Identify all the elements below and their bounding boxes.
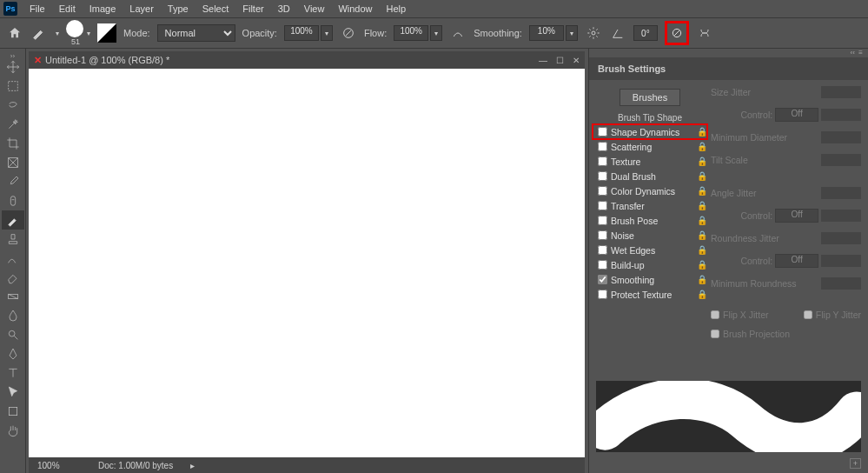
document-close-icon[interactable]: ✕ <box>34 55 42 66</box>
menu-select[interactable]: Select <box>195 2 236 16</box>
chevron-down-icon[interactable]: ▾ <box>87 30 90 37</box>
menu-3d[interactable]: 3D <box>271 2 297 16</box>
history-brush-tool[interactable] <box>2 249 24 268</box>
attr-check[interactable] <box>598 142 607 151</box>
pressure-opacity-icon[interactable] <box>340 24 357 42</box>
chevron-down-icon[interactable]: ▾ <box>56 30 59 37</box>
brush-preset-picker[interactable]: 51 ▾ <box>66 20 90 46</box>
smoothing-gear-icon[interactable] <box>585 24 602 42</box>
blur-tool[interactable] <box>2 306 24 325</box>
hand-tool[interactable] <box>2 421 24 440</box>
menu-view[interactable]: View <box>297 2 332 16</box>
panel-tab[interactable]: Brush Settings <box>589 57 868 80</box>
attr-check[interactable] <box>598 216 607 225</box>
attr-check[interactable] <box>598 201 607 210</box>
attr-check[interactable] <box>598 186 607 196</box>
panel-collapse-icon[interactable]: ‹‹ ≡ <box>589 49 868 57</box>
lock-icon[interactable]: 🔒 <box>697 201 707 210</box>
attr-check[interactable] <box>598 245 607 255</box>
menu-window[interactable]: Window <box>331 2 379 16</box>
eyedropper-tool[interactable] <box>2 172 24 191</box>
menu-help[interactable]: Help <box>380 2 414 16</box>
minimize-icon[interactable]: — <box>539 56 547 65</box>
crop-tool[interactable] <box>2 134 24 153</box>
blend-mode-select[interactable]: Normal <box>157 24 235 42</box>
brush-tool[interactable] <box>2 210 24 230</box>
lock-icon[interactable]: 🔒 <box>697 171 707 181</box>
type-tool[interactable] <box>2 363 24 383</box>
menu-type[interactable]: Type <box>161 2 195 16</box>
brush-attr-build-up[interactable]: Build-up🔒 <box>593 257 707 272</box>
brush-angle-icon[interactable] <box>609 24 626 42</box>
brush-attr-color-dynamics[interactable]: Color Dynamics🔒 <box>593 183 707 198</box>
lock-icon[interactable]: 🔒 <box>697 157 707 166</box>
dodge-tool[interactable] <box>2 325 24 344</box>
attr-check[interactable] <box>598 157 607 166</box>
home-icon[interactable] <box>7 25 23 41</box>
brush-attr-shape-dynamics[interactable]: Shape Dynamics🔒 <box>593 124 707 139</box>
airbrush-icon[interactable] <box>449 24 467 42</box>
brush-angle-input[interactable] <box>633 25 658 41</box>
status-chevron-icon[interactable]: ▸ <box>190 461 195 470</box>
brush-attr-transfer[interactable]: Transfer🔒 <box>593 198 707 213</box>
lock-icon[interactable]: 🔒 <box>697 127 707 137</box>
move-tool[interactable] <box>2 57 24 77</box>
symmetry-icon[interactable] <box>696 24 713 42</box>
lock-icon[interactable]: 🔒 <box>697 186 707 196</box>
attr-check[interactable] <box>598 230 607 240</box>
brush-attr-wet-edges[interactable]: Wet Edges🔒 <box>593 243 707 257</box>
brush-attr-brush-pose[interactable]: Brush Pose🔒 <box>593 213 707 228</box>
attr-label: Noise <box>611 230 693 241</box>
opacity-input[interactable]: 100% <box>284 25 319 41</box>
close-icon[interactable]: ✕ <box>573 56 580 65</box>
tool-preset-icon[interactable] <box>30 24 47 42</box>
brush-tip-shape-link[interactable]: Brush Tip Shape <box>593 113 707 123</box>
maximize-icon[interactable]: ☐ <box>556 56 564 65</box>
menu-image[interactable]: Image <box>83 2 123 16</box>
brush-attr-texture[interactable]: Texture🔒 <box>593 154 707 169</box>
menu-filter[interactable]: Filter <box>235 2 270 16</box>
brush-attr-protect-texture[interactable]: Protect Texture🔒 <box>593 287 707 302</box>
attr-check[interactable] <box>598 290 607 299</box>
new-preset-icon[interactable]: + <box>850 458 861 469</box>
menu-edit[interactable]: Edit <box>52 2 83 16</box>
frame-tool[interactable] <box>2 153 24 172</box>
marquee-tool[interactable] <box>2 77 24 96</box>
flow-input[interactable]: 100% <box>394 25 428 41</box>
smoothing-chevron[interactable]: ▾ <box>566 25 578 41</box>
shape-tool[interactable] <box>2 402 24 421</box>
brushes-button[interactable]: Brushes <box>620 89 680 106</box>
zoom-value[interactable]: 100% <box>37 461 81 470</box>
path-select-tool[interactable] <box>2 383 24 402</box>
brush-attr-noise[interactable]: Noise🔒 <box>593 228 707 243</box>
canvas[interactable] <box>29 69 585 457</box>
brush-attr-dual-brush[interactable]: Dual Brush🔒 <box>593 169 707 183</box>
lock-icon[interactable]: 🔒 <box>697 245 707 255</box>
brush-attr-smoothing[interactable]: Smoothing🔒 <box>593 272 707 287</box>
brush-panel-toggle-icon[interactable] <box>97 23 116 43</box>
menu-layer[interactable]: Layer <box>123 2 161 16</box>
gradient-tool[interactable] <box>2 287 24 306</box>
stamp-tool[interactable] <box>2 230 24 249</box>
lock-icon[interactable]: 🔒 <box>697 142 707 151</box>
lock-icon[interactable]: 🔒 <box>697 260 707 270</box>
pen-tool[interactable] <box>2 344 24 363</box>
lock-icon[interactable]: 🔒 <box>697 290 707 299</box>
eraser-tool[interactable] <box>2 268 24 287</box>
lock-icon[interactable]: 🔒 <box>697 275 707 284</box>
attr-check[interactable] <box>598 127 607 137</box>
menu-file[interactable]: File <box>23 2 52 16</box>
brush-attr-scattering[interactable]: Scattering🔒 <box>593 139 707 154</box>
opacity-chevron[interactable]: ▾ <box>321 25 333 41</box>
lock-icon[interactable]: 🔒 <box>697 230 707 240</box>
smoothing-input[interactable]: 10% <box>529 25 564 41</box>
lock-icon[interactable]: 🔒 <box>697 216 707 225</box>
attr-check[interactable] <box>598 171 607 181</box>
attr-check[interactable] <box>598 260 607 270</box>
wand-tool[interactable] <box>2 115 24 134</box>
flow-chevron[interactable]: ▾ <box>430 25 442 41</box>
lasso-tool[interactable] <box>2 96 24 115</box>
healing-tool[interactable] <box>2 191 24 210</box>
pressure-size-button[interactable] <box>665 21 689 45</box>
attr-check[interactable] <box>598 275 607 284</box>
